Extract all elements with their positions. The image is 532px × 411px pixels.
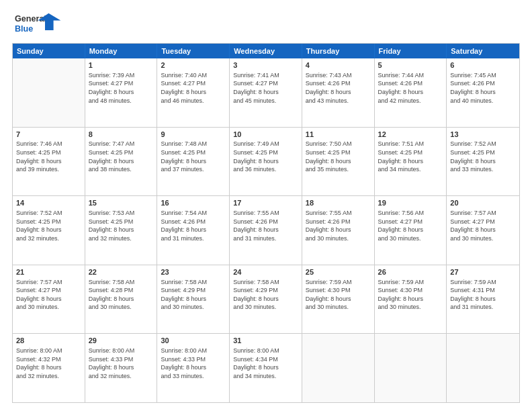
day-number: 29	[89, 336, 154, 346]
day-number: 31	[233, 336, 298, 346]
empty-cell	[447, 334, 519, 402]
calendar-day-30: 30Sunrise: 8:00 AMSunset: 4:33 PMDayligh…	[157, 334, 230, 402]
day-info: Sunrise: 7:47 AMSunset: 4:25 PMDaylight:…	[89, 140, 154, 173]
day-number: 13	[450, 130, 516, 140]
day-info: Sunrise: 7:58 AMSunset: 4:29 PMDaylight:…	[233, 278, 298, 312]
day-number: 19	[378, 198, 443, 208]
calendar-day-13: 13Sunrise: 7:52 AMSunset: 4:25 PMDayligh…	[447, 128, 519, 196]
day-info: Sunrise: 7:51 AMSunset: 4:25 PMDaylight:…	[378, 140, 443, 173]
calendar-day-6: 6Sunrise: 7:45 AMSunset: 4:26 PMDaylight…	[447, 58, 519, 127]
calendar-day-14: 14Sunrise: 7:52 AMSunset: 4:25 PMDayligh…	[13, 196, 85, 265]
day-info: Sunrise: 7:56 AMSunset: 4:27 PMDaylight:…	[378, 209, 443, 242]
day-info: Sunrise: 7:45 AMSunset: 4:26 PMDaylight:…	[450, 71, 516, 105]
day-info: Sunrise: 7:59 AMSunset: 4:30 PMDaylight:…	[378, 278, 443, 312]
day-info: Sunrise: 7:39 AMSunset: 4:27 PMDaylight:…	[89, 71, 154, 105]
day-info: Sunrise: 7:48 AMSunset: 4:25 PMDaylight:…	[161, 140, 226, 173]
calendar-week-3: 14Sunrise: 7:52 AMSunset: 4:25 PMDayligh…	[13, 196, 519, 265]
calendar-day-11: 11Sunrise: 7:50 AMSunset: 4:25 PMDayligh…	[302, 128, 375, 196]
day-info: Sunrise: 7:50 AMSunset: 4:25 PMDaylight:…	[306, 140, 371, 173]
day-number: 25	[306, 267, 371, 277]
day-number: 4	[306, 60, 371, 71]
calendar-day-10: 10Sunrise: 7:49 AMSunset: 4:25 PMDayligh…	[230, 128, 302, 196]
calendar-day-5: 5Sunrise: 7:44 AMSunset: 4:26 PMDaylight…	[375, 58, 447, 127]
day-info: Sunrise: 7:57 AMSunset: 4:27 PMDaylight:…	[16, 278, 81, 312]
calendar-day-8: 8Sunrise: 7:47 AMSunset: 4:25 PMDaylight…	[85, 128, 158, 196]
day-number: 5	[378, 60, 443, 71]
day-number: 17	[233, 198, 298, 208]
calendar: SundayMondayTuesdayWednesdayThursdayFrid…	[12, 43, 520, 403]
day-header-wednesday: Wednesday	[230, 44, 302, 58]
day-number: 26	[378, 267, 443, 277]
svg-text:Blue: Blue	[15, 24, 33, 34]
calendar-day-25: 25Sunrise: 7:59 AMSunset: 4:30 PMDayligh…	[302, 265, 375, 334]
logo: GeneralBlue	[12, 12, 66, 36]
day-info: Sunrise: 8:00 AMSunset: 4:32 PMDaylight:…	[16, 347, 81, 380]
calendar-day-16: 16Sunrise: 7:54 AMSunset: 4:26 PMDayligh…	[157, 196, 230, 265]
day-header-thursday: Thursday	[302, 44, 375, 58]
empty-cell	[13, 58, 85, 127]
day-info: Sunrise: 7:52 AMSunset: 4:25 PMDaylight:…	[450, 140, 516, 173]
day-number: 28	[16, 336, 81, 346]
day-info: Sunrise: 7:40 AMSunset: 4:27 PMDaylight:…	[161, 71, 226, 105]
calendar-day-2: 2Sunrise: 7:40 AMSunset: 4:27 PMDaylight…	[157, 58, 230, 127]
day-number: 21	[16, 267, 81, 277]
day-info: Sunrise: 8:00 AMSunset: 4:33 PMDaylight:…	[161, 347, 226, 380]
day-info: Sunrise: 7:55 AMSunset: 4:26 PMDaylight:…	[306, 209, 371, 242]
day-info: Sunrise: 7:44 AMSunset: 4:26 PMDaylight:…	[378, 71, 443, 105]
calendar-header: SundayMondayTuesdayWednesdayThursdayFrid…	[13, 44, 519, 58]
day-info: Sunrise: 7:53 AMSunset: 4:25 PMDaylight:…	[89, 209, 154, 242]
calendar-day-23: 23Sunrise: 7:58 AMSunset: 4:29 PMDayligh…	[157, 265, 230, 334]
day-header-tuesday: Tuesday	[157, 44, 230, 58]
empty-cell	[302, 334, 375, 402]
day-info: Sunrise: 7:49 AMSunset: 4:25 PMDaylight:…	[233, 140, 298, 173]
day-number: 23	[161, 267, 226, 277]
calendar-day-7: 7Sunrise: 7:46 AMSunset: 4:25 PMDaylight…	[13, 128, 85, 196]
day-header-friday: Friday	[375, 44, 447, 58]
calendar-day-19: 19Sunrise: 7:56 AMSunset: 4:27 PMDayligh…	[375, 196, 447, 265]
calendar-body: 1Sunrise: 7:39 AMSunset: 4:27 PMDaylight…	[13, 58, 519, 402]
day-info: Sunrise: 7:43 AMSunset: 4:26 PMDaylight:…	[306, 71, 371, 105]
calendar-day-31: 31Sunrise: 8:00 AMSunset: 4:34 PMDayligh…	[230, 334, 302, 402]
day-info: Sunrise: 7:59 AMSunset: 4:30 PMDaylight:…	[306, 278, 371, 312]
day-number: 9	[161, 130, 226, 140]
day-number: 2	[161, 60, 226, 71]
calendar-day-27: 27Sunrise: 7:59 AMSunset: 4:31 PMDayligh…	[447, 265, 519, 334]
calendar-day-28: 28Sunrise: 8:00 AMSunset: 4:32 PMDayligh…	[13, 334, 85, 402]
day-number: 24	[233, 267, 298, 277]
calendar-week-5: 28Sunrise: 8:00 AMSunset: 4:32 PMDayligh…	[13, 334, 519, 402]
day-number: 16	[161, 198, 226, 208]
day-number: 7	[16, 130, 81, 140]
day-number: 18	[306, 198, 371, 208]
day-number: 20	[450, 198, 516, 208]
day-number: 30	[161, 336, 226, 346]
day-header-monday: Monday	[85, 44, 158, 58]
calendar-day-26: 26Sunrise: 7:59 AMSunset: 4:30 PMDayligh…	[375, 265, 447, 334]
day-number: 15	[89, 198, 154, 208]
calendar-day-12: 12Sunrise: 7:51 AMSunset: 4:25 PMDayligh…	[375, 128, 447, 196]
day-info: Sunrise: 7:46 AMSunset: 4:25 PMDaylight:…	[16, 140, 81, 173]
calendar-day-17: 17Sunrise: 7:55 AMSunset: 4:26 PMDayligh…	[230, 196, 302, 265]
day-info: Sunrise: 7:58 AMSunset: 4:29 PMDaylight:…	[161, 278, 226, 312]
calendar-day-3: 3Sunrise: 7:41 AMSunset: 4:27 PMDaylight…	[230, 58, 302, 127]
day-info: Sunrise: 7:52 AMSunset: 4:25 PMDaylight:…	[16, 209, 81, 242]
calendar-day-4: 4Sunrise: 7:43 AMSunset: 4:26 PMDaylight…	[302, 58, 375, 127]
day-number: 27	[450, 267, 516, 277]
day-number: 22	[89, 267, 154, 277]
day-info: Sunrise: 7:54 AMSunset: 4:26 PMDaylight:…	[161, 209, 226, 242]
calendar-day-15: 15Sunrise: 7:53 AMSunset: 4:25 PMDayligh…	[85, 196, 158, 265]
day-info: Sunrise: 8:00 AMSunset: 4:33 PMDaylight:…	[89, 347, 154, 380]
day-info: Sunrise: 7:55 AMSunset: 4:26 PMDaylight:…	[233, 209, 298, 242]
calendar-week-2: 7Sunrise: 7:46 AMSunset: 4:25 PMDaylight…	[13, 128, 519, 197]
calendar-week-1: 1Sunrise: 7:39 AMSunset: 4:27 PMDaylight…	[13, 58, 519, 128]
day-number: 11	[306, 130, 371, 140]
day-info: Sunrise: 8:00 AMSunset: 4:34 PMDaylight:…	[233, 347, 298, 380]
calendar-day-1: 1Sunrise: 7:39 AMSunset: 4:27 PMDaylight…	[85, 58, 158, 127]
calendar-day-9: 9Sunrise: 7:48 AMSunset: 4:25 PMDaylight…	[157, 128, 230, 196]
calendar-day-24: 24Sunrise: 7:58 AMSunset: 4:29 PMDayligh…	[230, 265, 302, 334]
day-number: 8	[89, 130, 154, 140]
day-header-sunday: Sunday	[13, 44, 85, 58]
day-info: Sunrise: 7:58 AMSunset: 4:28 PMDaylight:…	[89, 278, 154, 312]
calendar-week-4: 21Sunrise: 7:57 AMSunset: 4:27 PMDayligh…	[13, 265, 519, 334]
day-info: Sunrise: 7:41 AMSunset: 4:27 PMDaylight:…	[233, 71, 298, 105]
calendar-day-21: 21Sunrise: 7:57 AMSunset: 4:27 PMDayligh…	[13, 265, 85, 334]
